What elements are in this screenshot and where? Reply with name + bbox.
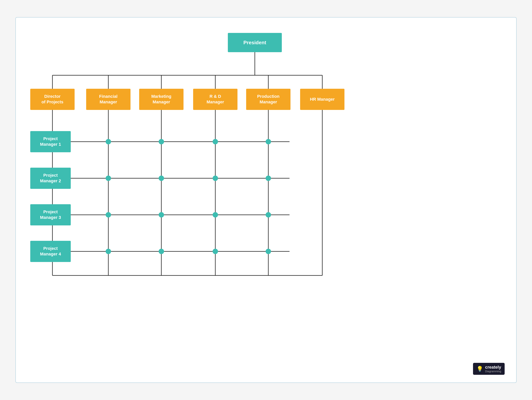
dot-pm3-mkt bbox=[159, 212, 164, 217]
dot-pm1-rd bbox=[213, 139, 218, 144]
prod-mgr-box: ProductionManager bbox=[246, 89, 291, 110]
pm2-label: ProjectManager 2 bbox=[40, 173, 61, 184]
hr-mgr-label: HR Manager bbox=[310, 97, 335, 102]
pm3-label: ProjectManager 3 bbox=[40, 209, 61, 220]
bulb-icon: 💡 bbox=[476, 366, 483, 372]
rd-mgr-label: R & DManager bbox=[207, 94, 224, 105]
dot-pm2-fin bbox=[106, 176, 111, 181]
dot-pm3-rd bbox=[213, 212, 218, 217]
prod-mgr-label: ProductionManager bbox=[257, 94, 279, 105]
creately-brand: creately bbox=[485, 365, 501, 370]
mkt-mgr-box: MarketingManager bbox=[139, 89, 184, 110]
dot-pm1-fin bbox=[106, 139, 111, 144]
org-chart-lines bbox=[16, 18, 516, 382]
pm2-box: ProjectManager 2 bbox=[30, 168, 71, 189]
fin-mgr-box: FinancialManager bbox=[86, 89, 131, 110]
fin-mgr-label: FinancialManager bbox=[99, 94, 117, 105]
dir-projects-box: Directorof Projects bbox=[30, 89, 75, 110]
hr-mgr-box: HR Manager bbox=[300, 89, 344, 110]
dot-pm2-mkt bbox=[159, 176, 164, 181]
mkt-mgr-label: MarketingManager bbox=[151, 94, 171, 105]
dot-pm2-rd bbox=[213, 176, 218, 181]
dot-pm4-fin bbox=[106, 249, 111, 254]
dot-pm4-prod bbox=[266, 249, 271, 254]
dot-pm4-mkt bbox=[159, 249, 164, 254]
dot-pm4-rd bbox=[213, 249, 218, 254]
rd-mgr-box: R & DManager bbox=[193, 89, 237, 110]
dot-pm3-prod bbox=[266, 212, 271, 217]
creately-badge: 💡 creately Diagramming bbox=[473, 363, 505, 375]
dot-pm1-mkt bbox=[159, 139, 164, 144]
dot-pm2-prod bbox=[266, 176, 271, 181]
creately-sub: Diagramming bbox=[485, 370, 501, 373]
canvas: President Directorof Projects FinancialM… bbox=[15, 17, 517, 383]
president-label: President bbox=[243, 40, 266, 46]
dot-pm3-fin bbox=[106, 212, 111, 217]
dot-pm1-prod bbox=[266, 139, 271, 144]
pm3-box: ProjectManager 3 bbox=[30, 204, 71, 225]
dir-projects-label: Directorof Projects bbox=[41, 94, 63, 105]
pm4-box: ProjectManager 4 bbox=[30, 241, 71, 262]
pm1-label: ProjectManager 1 bbox=[40, 136, 61, 147]
pm4-label: ProjectManager 4 bbox=[40, 246, 61, 257]
president-box: President bbox=[228, 33, 282, 52]
pm1-box: ProjectManager 1 bbox=[30, 131, 71, 152]
